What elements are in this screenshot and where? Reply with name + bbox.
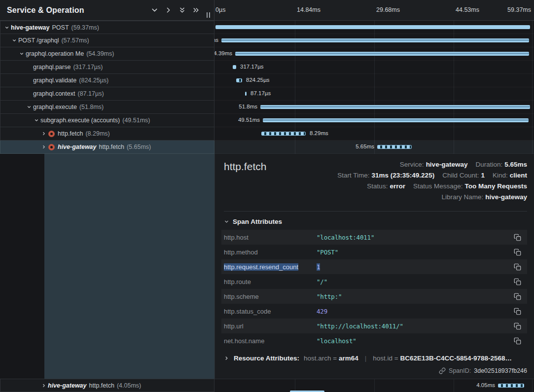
attribute-key: http.request.resend_count xyxy=(224,263,317,271)
span-tree-row[interactable]: graphql.execute(51.8ms) xyxy=(0,101,214,114)
attribute-row: net.host.name"localhost" xyxy=(221,333,527,348)
copy-icon[interactable] xyxy=(513,337,521,345)
bar-duration-label: 317.17µs xyxy=(240,64,264,70)
timeline-row: 54.39ms xyxy=(214,47,534,61)
meta-value: 1 xyxy=(481,172,485,179)
expand-chevron-icon[interactable] xyxy=(41,131,48,136)
attribute-row: http.host"localhost:4011" xyxy=(221,230,527,245)
span-duration-bar[interactable] xyxy=(236,78,242,82)
attribute-value: "/" xyxy=(317,278,513,285)
resource-key: host.id = xyxy=(373,355,400,362)
span-meta-line: Service:hive-gatewayDuration:5.65ms xyxy=(337,159,527,170)
bar-duration-label: 54.39ms xyxy=(214,50,232,56)
expand-chevron-icon[interactable] xyxy=(19,51,26,56)
operation-name: graphql.context xyxy=(33,90,75,97)
expand-chevron-icon[interactable] xyxy=(34,118,40,123)
meta-value: 5.65ms xyxy=(504,161,527,168)
span-duration-bar[interactable] xyxy=(215,25,530,29)
copy-icon[interactable] xyxy=(513,278,521,285)
operation-name: graphql.execute xyxy=(33,104,77,110)
bar-duration-label: 4.05ms xyxy=(476,382,495,388)
meta-value: hive-gateway xyxy=(426,161,468,168)
attribute-row: http.route"/" xyxy=(221,274,527,289)
span-tree-row[interactable]: hive-gatewayPOST(59.37ms) xyxy=(0,21,214,34)
link-icon[interactable] xyxy=(439,367,446,374)
span-tree-row[interactable]: graphql.validate(824.25µs) xyxy=(0,74,214,87)
timeline-row: 317.17µs xyxy=(214,61,534,74)
meta-value: 31ms (23:35:49.225) xyxy=(372,172,435,179)
expand-chevron-icon[interactable] xyxy=(4,25,11,30)
expand-chevron-icon[interactable] xyxy=(41,383,48,388)
meta-label: Status: xyxy=(367,182,388,190)
error-icon xyxy=(48,144,55,150)
copy-icon[interactable] xyxy=(513,233,521,241)
span-tree-row[interactable]: graphql.context(87.17µs) xyxy=(0,87,214,101)
span-duration-bar[interactable] xyxy=(221,38,529,42)
chevrons-down-icon[interactable] xyxy=(178,6,186,14)
span-duration: (4.05ms) xyxy=(117,382,141,389)
span-tree-row[interactable]: graphql.parse(317.17µs) xyxy=(0,61,214,74)
ruler-tick: 0µs xyxy=(215,6,225,13)
resource-attributes-row[interactable]: Resource Attributes: host.arch = arm64|h… xyxy=(224,355,527,362)
span-tree-row[interactable]: hive-gatewayhttp.fetch(4.05ms) xyxy=(0,379,214,392)
span-duration: (824.25µs) xyxy=(79,77,108,84)
copy-icon[interactable] xyxy=(513,263,521,271)
trace-viewer: Service & Operation 0µs14.84ms29.68ms44.… xyxy=(0,0,534,392)
span-duration: (57.57ms) xyxy=(61,37,89,44)
span-duration-bar[interactable] xyxy=(377,145,412,149)
attribute-key: http.url xyxy=(224,322,317,330)
copy-icon[interactable] xyxy=(513,248,521,256)
span-tree-row[interactable]: http.fetch(8.29ms) xyxy=(0,127,214,141)
span-id: SpanID: 3de02518937fb246 xyxy=(224,367,527,374)
chevrons-right-icon[interactable] xyxy=(192,6,200,14)
resource-value: arm64 xyxy=(339,355,358,362)
span-duration-bar[interactable] xyxy=(233,65,236,69)
copy-icon[interactable] xyxy=(513,322,521,330)
span-meta-pair: Status:error xyxy=(367,181,405,192)
span-duration-bar[interactable] xyxy=(498,384,524,388)
expand-chevron-icon[interactable] xyxy=(12,38,18,43)
span-duration-bar[interactable] xyxy=(235,52,529,56)
bar-duration-label: 5.65ms xyxy=(356,143,374,149)
text-selection-highlight: 1 xyxy=(317,263,320,271)
span-tree-row[interactable]: graphql.operation Me(54.39ms) xyxy=(0,47,214,61)
span-detail-header: http.fetch Service:hive-gatewayDuration:… xyxy=(224,154,527,211)
span-attributes-toggle[interactable]: Span Attributes xyxy=(224,218,527,225)
chevron-right-icon xyxy=(224,356,229,361)
span-tree-row[interactable]: POST /graphql(57.57ms) xyxy=(0,34,214,47)
splitter-handle-icon[interactable] xyxy=(207,12,210,18)
resource-attribute: host.arch = arm64 xyxy=(304,355,358,362)
bar-duration-label: 8.29ms xyxy=(310,130,328,136)
chevron-down-icon[interactable] xyxy=(150,6,159,14)
ruler-tick: 44.53ms xyxy=(456,6,479,13)
operation-name: graphql.validate xyxy=(33,77,76,84)
span-duration-bar[interactable] xyxy=(261,132,306,136)
service-name: hive-gateway xyxy=(48,382,87,389)
copy-icon[interactable] xyxy=(513,307,521,315)
service-name: hive-gateway xyxy=(11,24,50,31)
attribute-value: "localhost:4011" xyxy=(317,234,513,241)
timeline-row: 57.57ms xyxy=(214,34,534,47)
copy-icon[interactable] xyxy=(513,292,521,300)
span-meta-pair: Library Name:hive-gateway xyxy=(441,192,527,203)
span-tree-row[interactable]: hive-gatewayhttp.fetch(5.65ms) xyxy=(0,141,214,154)
text-selection-highlight: http.request.resend_count xyxy=(224,263,298,271)
detail-divider xyxy=(224,211,527,212)
resource-attribute: host.id = BC62E13B-C4CC-5854-9788-2568… xyxy=(373,355,512,362)
span-duration-bar[interactable] xyxy=(263,118,529,122)
span-duration: (87.17µs) xyxy=(77,90,104,97)
span-id-value: 3de02518937fb246 xyxy=(474,367,527,374)
meta-label: Status Message: xyxy=(413,182,463,190)
attribute-row: http.url"http://localhost:4011/" xyxy=(221,319,527,333)
bar-duration-label: 57.57ms xyxy=(214,37,218,43)
span-duration: (317.17µs) xyxy=(73,64,103,71)
expand-chevron-icon[interactable] xyxy=(27,105,33,109)
operation-name: http.fetch xyxy=(99,143,124,150)
span-duration-bar[interactable] xyxy=(245,92,247,96)
expand-chevron-icon[interactable] xyxy=(41,144,48,149)
timeline-row: 8.29ms xyxy=(214,127,534,141)
span-duration-bar[interactable] xyxy=(260,105,530,109)
chevron-right-icon[interactable] xyxy=(164,6,173,14)
span-tree-row[interactable]: subgraph.execute (accounts)(49.51ms) xyxy=(0,114,214,127)
meta-label: Library Name: xyxy=(441,193,483,201)
